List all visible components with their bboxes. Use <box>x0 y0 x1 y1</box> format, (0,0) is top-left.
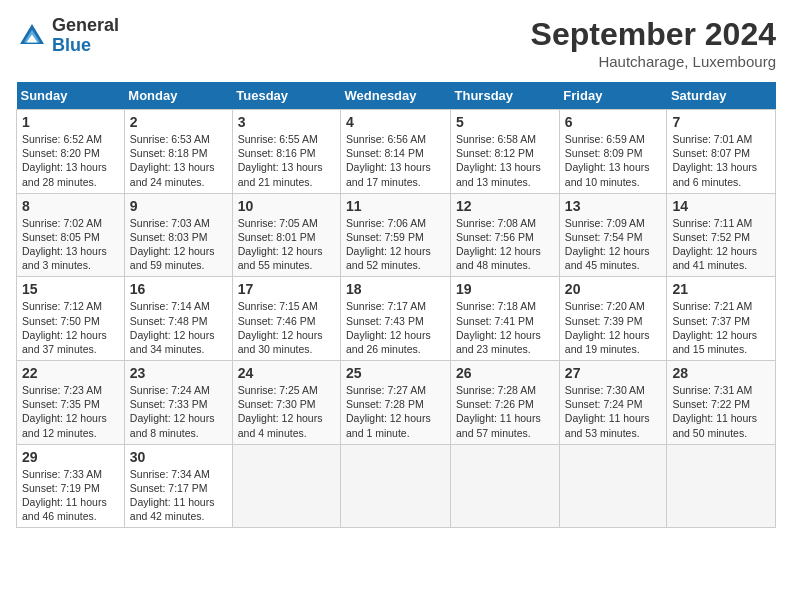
day-info: Sunrise: 7:27 AMSunset: 7:28 PMDaylight:… <box>346 383 445 440</box>
day-info: Sunrise: 7:08 AMSunset: 7:56 PMDaylight:… <box>456 216 554 273</box>
table-row: 6Sunrise: 6:59 AMSunset: 8:09 PMDaylight… <box>559 110 667 194</box>
table-row <box>341 444 451 528</box>
col-sunday: Sunday <box>17 82 125 110</box>
calendar-week-row: 29Sunrise: 7:33 AMSunset: 7:19 PMDayligh… <box>17 444 776 528</box>
page-header: General Blue September 2024 Hautcharage,… <box>16 16 776 70</box>
logo-general-text: General <box>52 15 119 35</box>
day-number: 6 <box>565 114 662 130</box>
day-info: Sunrise: 7:12 AMSunset: 7:50 PMDaylight:… <box>22 299 119 356</box>
location: Hautcharage, Luxembourg <box>531 53 776 70</box>
day-number: 26 <box>456 365 554 381</box>
day-number: 21 <box>672 281 770 297</box>
day-info: Sunrise: 7:11 AMSunset: 7:52 PMDaylight:… <box>672 216 770 273</box>
day-number: 8 <box>22 198 119 214</box>
calendar-week-row: 1Sunrise: 6:52 AMSunset: 8:20 PMDaylight… <box>17 110 776 194</box>
table-row: 17Sunrise: 7:15 AMSunset: 7:46 PMDayligh… <box>232 277 340 361</box>
table-row: 10Sunrise: 7:05 AMSunset: 8:01 PMDayligh… <box>232 193 340 277</box>
day-number: 11 <box>346 198 445 214</box>
day-info: Sunrise: 6:56 AMSunset: 8:14 PMDaylight:… <box>346 132 445 189</box>
day-number: 10 <box>238 198 335 214</box>
table-row: 12Sunrise: 7:08 AMSunset: 7:56 PMDayligh… <box>451 193 560 277</box>
table-row: 7Sunrise: 7:01 AMSunset: 8:07 PMDaylight… <box>667 110 776 194</box>
table-row <box>559 444 667 528</box>
day-info: Sunrise: 7:28 AMSunset: 7:26 PMDaylight:… <box>456 383 554 440</box>
day-info: Sunrise: 6:58 AMSunset: 8:12 PMDaylight:… <box>456 132 554 189</box>
table-row: 13Sunrise: 7:09 AMSunset: 7:54 PMDayligh… <box>559 193 667 277</box>
table-row: 30Sunrise: 7:34 AMSunset: 7:17 PMDayligh… <box>124 444 232 528</box>
day-number: 14 <box>672 198 770 214</box>
day-number: 22 <box>22 365 119 381</box>
day-number: 17 <box>238 281 335 297</box>
day-info: Sunrise: 7:20 AMSunset: 7:39 PMDaylight:… <box>565 299 662 356</box>
day-info: Sunrise: 6:55 AMSunset: 8:16 PMDaylight:… <box>238 132 335 189</box>
day-info: Sunrise: 7:21 AMSunset: 7:37 PMDaylight:… <box>672 299 770 356</box>
day-number: 3 <box>238 114 335 130</box>
calendar-week-row: 8Sunrise: 7:02 AMSunset: 8:05 PMDaylight… <box>17 193 776 277</box>
day-info: Sunrise: 6:59 AMSunset: 8:09 PMDaylight:… <box>565 132 662 189</box>
day-number: 24 <box>238 365 335 381</box>
table-row: 11Sunrise: 7:06 AMSunset: 7:59 PMDayligh… <box>341 193 451 277</box>
table-row <box>451 444 560 528</box>
day-info: Sunrise: 7:25 AMSunset: 7:30 PMDaylight:… <box>238 383 335 440</box>
table-row: 5Sunrise: 6:58 AMSunset: 8:12 PMDaylight… <box>451 110 560 194</box>
day-number: 13 <box>565 198 662 214</box>
table-row: 14Sunrise: 7:11 AMSunset: 7:52 PMDayligh… <box>667 193 776 277</box>
day-number: 7 <box>672 114 770 130</box>
day-number: 5 <box>456 114 554 130</box>
col-friday: Friday <box>559 82 667 110</box>
day-number: 18 <box>346 281 445 297</box>
day-number: 16 <box>130 281 227 297</box>
table-row <box>667 444 776 528</box>
table-row: 4Sunrise: 6:56 AMSunset: 8:14 PMDaylight… <box>341 110 451 194</box>
day-number: 23 <box>130 365 227 381</box>
table-row: 19Sunrise: 7:18 AMSunset: 7:41 PMDayligh… <box>451 277 560 361</box>
calendar-week-row: 15Sunrise: 7:12 AMSunset: 7:50 PMDayligh… <box>17 277 776 361</box>
logo-blue-text: Blue <box>52 35 91 55</box>
calendar-week-row: 22Sunrise: 7:23 AMSunset: 7:35 PMDayligh… <box>17 361 776 445</box>
title-block: September 2024 Hautcharage, Luxembourg <box>531 16 776 70</box>
table-row: 23Sunrise: 7:24 AMSunset: 7:33 PMDayligh… <box>124 361 232 445</box>
table-row: 24Sunrise: 7:25 AMSunset: 7:30 PMDayligh… <box>232 361 340 445</box>
logo-icon <box>16 20 48 52</box>
table-row: 27Sunrise: 7:30 AMSunset: 7:24 PMDayligh… <box>559 361 667 445</box>
day-info: Sunrise: 7:23 AMSunset: 7:35 PMDaylight:… <box>22 383 119 440</box>
day-info: Sunrise: 7:31 AMSunset: 7:22 PMDaylight:… <box>672 383 770 440</box>
col-wednesday: Wednesday <box>341 82 451 110</box>
day-info: Sunrise: 7:02 AMSunset: 8:05 PMDaylight:… <box>22 216 119 273</box>
col-tuesday: Tuesday <box>232 82 340 110</box>
day-info: Sunrise: 7:06 AMSunset: 7:59 PMDaylight:… <box>346 216 445 273</box>
day-number: 25 <box>346 365 445 381</box>
calendar-header-row: Sunday Monday Tuesday Wednesday Thursday… <box>17 82 776 110</box>
table-row: 26Sunrise: 7:28 AMSunset: 7:26 PMDayligh… <box>451 361 560 445</box>
day-number: 12 <box>456 198 554 214</box>
day-info: Sunrise: 7:24 AMSunset: 7:33 PMDaylight:… <box>130 383 227 440</box>
day-info: Sunrise: 7:15 AMSunset: 7:46 PMDaylight:… <box>238 299 335 356</box>
day-number: 15 <box>22 281 119 297</box>
table-row: 3Sunrise: 6:55 AMSunset: 8:16 PMDaylight… <box>232 110 340 194</box>
table-row <box>232 444 340 528</box>
table-row: 9Sunrise: 7:03 AMSunset: 8:03 PMDaylight… <box>124 193 232 277</box>
table-row: 21Sunrise: 7:21 AMSunset: 7:37 PMDayligh… <box>667 277 776 361</box>
logo: General Blue <box>16 16 119 56</box>
table-row: 28Sunrise: 7:31 AMSunset: 7:22 PMDayligh… <box>667 361 776 445</box>
day-number: 29 <box>22 449 119 465</box>
table-row: 29Sunrise: 7:33 AMSunset: 7:19 PMDayligh… <box>17 444 125 528</box>
table-row: 2Sunrise: 6:53 AMSunset: 8:18 PMDaylight… <box>124 110 232 194</box>
day-number: 1 <box>22 114 119 130</box>
table-row: 25Sunrise: 7:27 AMSunset: 7:28 PMDayligh… <box>341 361 451 445</box>
day-info: Sunrise: 7:01 AMSunset: 8:07 PMDaylight:… <box>672 132 770 189</box>
day-info: Sunrise: 7:18 AMSunset: 7:41 PMDaylight:… <box>456 299 554 356</box>
day-number: 28 <box>672 365 770 381</box>
day-info: Sunrise: 7:30 AMSunset: 7:24 PMDaylight:… <box>565 383 662 440</box>
day-info: Sunrise: 7:34 AMSunset: 7:17 PMDaylight:… <box>130 467 227 524</box>
day-info: Sunrise: 7:14 AMSunset: 7:48 PMDaylight:… <box>130 299 227 356</box>
day-info: Sunrise: 7:33 AMSunset: 7:19 PMDaylight:… <box>22 467 119 524</box>
calendar-table: Sunday Monday Tuesday Wednesday Thursday… <box>16 82 776 528</box>
table-row: 22Sunrise: 7:23 AMSunset: 7:35 PMDayligh… <box>17 361 125 445</box>
day-info: Sunrise: 7:05 AMSunset: 8:01 PMDaylight:… <box>238 216 335 273</box>
table-row: 1Sunrise: 6:52 AMSunset: 8:20 PMDaylight… <box>17 110 125 194</box>
day-info: Sunrise: 7:03 AMSunset: 8:03 PMDaylight:… <box>130 216 227 273</box>
day-number: 19 <box>456 281 554 297</box>
col-monday: Monday <box>124 82 232 110</box>
table-row: 15Sunrise: 7:12 AMSunset: 7:50 PMDayligh… <box>17 277 125 361</box>
